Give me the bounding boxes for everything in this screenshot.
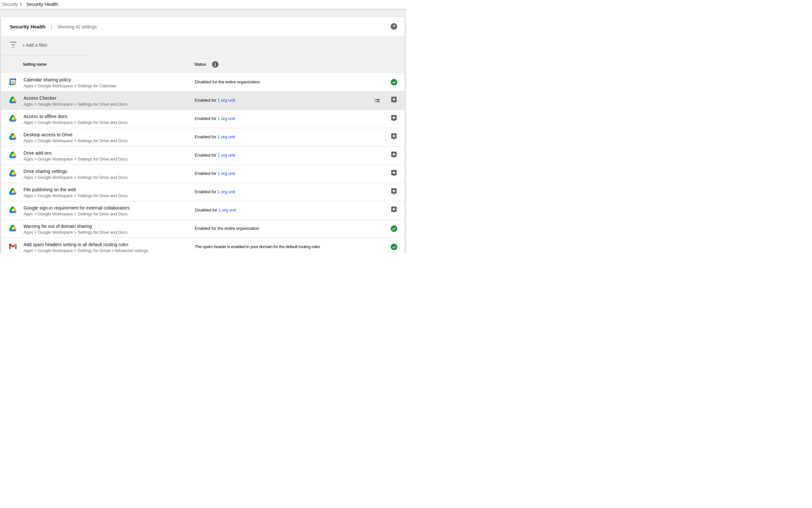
svg-text:31: 31 [11, 80, 14, 83]
